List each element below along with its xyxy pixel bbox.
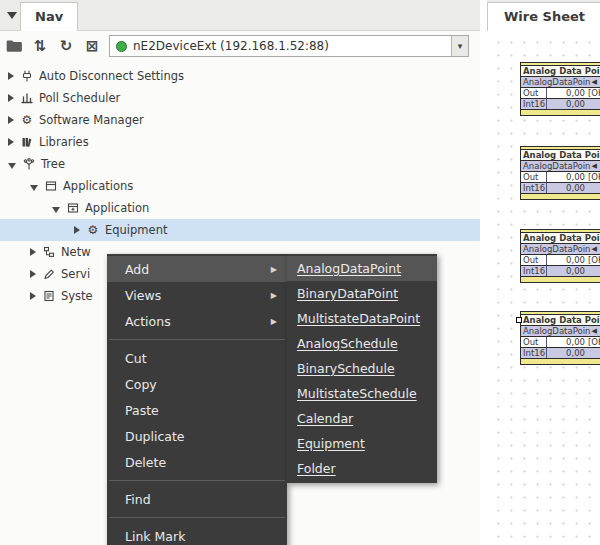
block-title: Analog Data Poi <box>523 150 600 161</box>
block-slot-value: 0,00 <box>547 266 585 277</box>
tree-item-poll-scheduler[interactable]: Poll Scheduler <box>0 87 480 109</box>
expander-collapsed-icon[interactable] <box>30 270 36 278</box>
block-selection-handle[interactable] <box>516 317 522 323</box>
submenu-arrow-icon: ▶ <box>271 265 277 274</box>
block-bottom-strip <box>521 110 600 115</box>
block-slot-status: [OK] <box>588 337 600 348</box>
block-chevron-icon[interactable]: ◀ <box>592 77 600 88</box>
expander-collapsed-icon[interactable] <box>30 292 36 300</box>
tree-item-equipment[interactable]: ⚙ Equipment <box>0 219 480 241</box>
libraries-icon <box>20 135 34 149</box>
block-slot-value: 0,00 <box>547 88 585 99</box>
tree-item-libraries[interactable]: Libraries <box>0 131 480 153</box>
tree-item-auto-disconnect-settings[interactable]: Auto Disconnect Settings <box>0 65 480 87</box>
open-folder-button[interactable] <box>5 37 23 55</box>
submenu-item-binary-data-point[interactable]: BinaryDataPoint <box>287 281 437 306</box>
block-slot-name: Int16 <box>523 183 547 193</box>
menu-item-add[interactable]: Add ▶ <box>107 256 287 282</box>
submenu-item-binary-schedule[interactable]: BinarySchedule <box>287 356 437 381</box>
block-slot-status: [OK] <box>588 172 600 183</box>
block-slot-name: Out <box>523 337 547 347</box>
expander-expanded-icon[interactable] <box>52 207 60 213</box>
refresh-button[interactable]: ↻ <box>57 37 75 55</box>
block-type: AnalogDataPoin <box>523 326 590 337</box>
block-slot-value: 0,00 <box>547 172 585 183</box>
status-connected-dot <box>116 41 127 52</box>
block-chevron-icon[interactable]: ◀ <box>592 244 600 255</box>
block-slot-name: Out <box>523 88 547 98</box>
function-block-analog-data-point-1[interactable]: Analog Data Poi◀ AnalogDataPoin◀ Out0,00… <box>520 62 600 116</box>
function-block-analog-data-point-4[interactable]: Analog Data Poi◀ AnalogDataPoin◀ Out0,00… <box>520 311 600 365</box>
block-bottom-strip <box>521 359 600 364</box>
applications-icon <box>44 179 58 193</box>
wire-sheet-panel: Wire Sheet Analog Data Poi◀ AnalogDataPo… <box>487 0 600 545</box>
tree-item-tree[interactable]: Tree <box>0 153 480 175</box>
tab-wire-sheet[interactable]: Wire Sheet <box>487 2 600 31</box>
expander-collapsed-icon[interactable] <box>8 72 14 80</box>
context-menu: Add ▶ Views ▶ Actions ▶ Cut Copy Paste D… <box>107 254 287 545</box>
menu-item-find[interactable]: Find <box>107 486 287 512</box>
add-submenu: AnalogDataPoint BinaryDataPoint Multista… <box>287 254 437 483</box>
tab-nav[interactable]: Nav <box>20 2 78 31</box>
menu-item-views[interactable]: Views ▶ <box>107 282 287 308</box>
block-slot-value: 0,00 <box>547 255 585 266</box>
block-slot-status: [OK] <box>588 255 600 266</box>
submenu-item-analog-schedule[interactable]: AnalogSchedule <box>287 331 437 356</box>
submenu-item-analog-data-point[interactable]: AnalogDataPoint <box>287 256 437 281</box>
menu-item-copy[interactable]: Copy <box>107 371 287 397</box>
expander-collapsed-icon[interactable] <box>74 226 80 234</box>
block-bottom-strip <box>521 277 600 282</box>
menu-item-link-mark[interactable]: Link Mark <box>107 523 287 545</box>
tree-icon <box>22 157 36 171</box>
submenu-item-folder[interactable]: Folder <box>287 456 437 481</box>
panel-menu-caret-icon[interactable] <box>7 12 17 19</box>
tree-item-label: Poll Scheduler <box>39 91 120 105</box>
menu-item-delete[interactable]: Delete <box>107 449 287 475</box>
submenu-item-multistate-data-point[interactable]: MultistateDataPoint <box>287 306 437 331</box>
menu-item-paste[interactable]: Paste <box>107 397 287 423</box>
wire-sheet-tabbar: Wire Sheet <box>487 0 600 31</box>
tree-item-application[interactable]: Application <box>0 197 480 219</box>
block-slot-value: 0,00 <box>547 183 585 194</box>
device-combo-value: nE2DeviceExt (192.168.1.52:88) <box>133 39 451 53</box>
network-icon <box>42 245 56 259</box>
submenu-arrow-icon: ▶ <box>271 317 277 326</box>
clear-button[interactable]: ⊠ <box>83 37 101 55</box>
application-icon <box>66 201 80 215</box>
function-block-analog-data-point-2[interactable]: Analog Data Poi◀ AnalogDataPoin◀ Out0,00… <box>520 146 600 200</box>
function-block-analog-data-point-3[interactable]: Analog Data Poi◀ AnalogDataPoin◀ Out0,00… <box>520 229 600 283</box>
block-slot-name: Int16 <box>523 348 547 358</box>
gear-icon: ⚙ <box>20 113 34 127</box>
block-chevron-icon[interactable]: ◀ <box>592 161 600 172</box>
tab-nav-label: Nav <box>35 9 63 24</box>
block-type: AnalogDataPoin <box>523 244 590 255</box>
block-type: AnalogDataPoin <box>523 77 590 88</box>
submenu-item-calendar[interactable]: Calendar <box>287 406 437 431</box>
block-slot-value: 0,00 <box>547 99 585 110</box>
block-slot-value: 0,00 <box>547 337 585 348</box>
submenu-item-multistate-schedule[interactable]: MultistateSchedule <box>287 381 437 406</box>
tree-item-label: Libraries <box>39 135 89 149</box>
expander-collapsed-icon[interactable] <box>8 94 14 102</box>
block-slot-name: Int16 <box>523 266 547 276</box>
block-chevron-icon[interactable]: ◀ <box>592 326 600 337</box>
expander-expanded-icon[interactable] <box>30 185 38 191</box>
menu-item-duplicate[interactable]: Duplicate <box>107 423 287 449</box>
services-icon <box>42 267 56 281</box>
submenu-item-equipment[interactable]: Equipment <box>287 431 437 456</box>
expander-collapsed-icon[interactable] <box>8 138 14 146</box>
tree-item-label: Servi <box>61 267 90 281</box>
block-slot-value: 0,00 <box>547 348 585 359</box>
tree-item-software-manager[interactable]: ⚙ Software Manager <box>0 109 480 131</box>
tree-item-applications[interactable]: Applications <box>0 175 480 197</box>
device-combo[interactable]: nE2DeviceExt (192.168.1.52:88) ▾ <box>109 35 469 57</box>
expander-collapsed-icon[interactable] <box>8 116 14 124</box>
tree-item-label: Netw <box>61 245 91 259</box>
reorder-button[interactable]: ⇅ <box>31 37 49 55</box>
menu-item-actions[interactable]: Actions ▶ <box>107 308 287 334</box>
combo-dropdown-arrow-icon[interactable]: ▾ <box>451 36 468 56</box>
wire-sheet-canvas[interactable]: Analog Data Poi◀ AnalogDataPoin◀ Out0,00… <box>487 31 600 545</box>
expander-expanded-icon[interactable] <box>8 163 16 169</box>
menu-item-cut[interactable]: Cut <box>107 345 287 371</box>
expander-collapsed-icon[interactable] <box>30 248 36 256</box>
